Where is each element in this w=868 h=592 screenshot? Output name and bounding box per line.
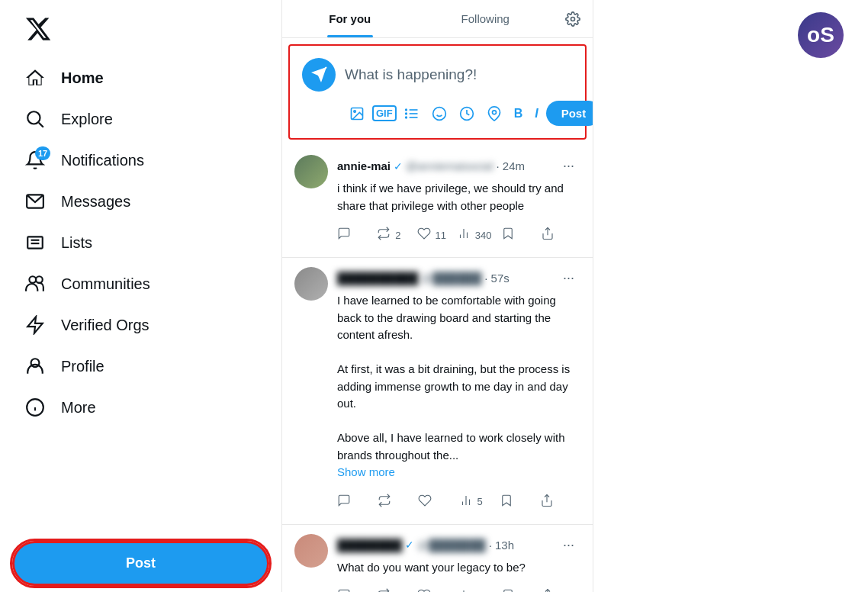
verified-orgs-icon (24, 314, 46, 336)
retweet-icon-2 (378, 494, 391, 510)
tweet-1-retweet[interactable]: 2 (377, 222, 416, 248)
bold-tool[interactable]: B (510, 102, 528, 125)
user-avatar[interactable]: oS (798, 12, 844, 58)
tweet-2-like[interactable] (418, 489, 458, 515)
sidebar-item-lists[interactable]: Lists (12, 223, 269, 262)
tweet-3-verified: ✓ (405, 539, 414, 551)
svg-point-7 (36, 276, 43, 283)
tweet-2-text: I have learned to be comfortable with go… (337, 292, 580, 481)
list-icon (24, 232, 46, 253)
tweet-1[interactable]: annie-mai ✓ @anniemaisocial · 24m ··· i … (282, 146, 593, 258)
tweet-3-handle: @███████ (417, 539, 486, 552)
tweet-2-reply[interactable] (337, 489, 378, 515)
tweet-1-reply[interactable] (337, 222, 377, 248)
search-icon (24, 108, 46, 130)
tweet-2-views[interactable]: 5 (459, 489, 500, 515)
svg-point-22 (432, 107, 445, 120)
svg-point-26 (492, 110, 496, 114)
like-icon-3 (417, 588, 431, 592)
tab-for-you[interactable]: For you (282, 0, 418, 37)
tweet-2-bookmark[interactable] (500, 489, 540, 515)
gif-tool[interactable]: GIF (372, 105, 397, 121)
tweet-1-views[interactable]: 340 (457, 222, 501, 248)
location-tool[interactable] (482, 101, 506, 126)
tabs-header: For you Following (282, 0, 593, 38)
sidebar-item-communities-label: Communities (61, 275, 150, 293)
svg-point-13 (571, 17, 575, 21)
emoji-tool[interactable] (427, 101, 452, 126)
tweet-3-actions: 1 3 6 (337, 584, 580, 592)
tweet-2-header: ██████████ @██████ · 57s ··· (337, 267, 580, 289)
reply-icon (337, 227, 351, 243)
show-more-link[interactable]: Show more (337, 465, 395, 478)
italic-tool[interactable]: I (530, 102, 542, 125)
sidebar-item-home[interactable]: Home (12, 58, 269, 98)
image-tool[interactable] (345, 101, 369, 126)
svg-point-0 (27, 111, 40, 124)
tweet-1-handle: @anniemaisocial (406, 159, 493, 172)
profile-icon (24, 356, 46, 377)
views-icon-3 (457, 588, 471, 592)
sidebar-item-profile-label: Profile (61, 358, 104, 375)
more-icon (24, 397, 46, 418)
tweet-2-author-row: ██████████ @██████ · 57s (337, 272, 557, 285)
bookmark-icon-3 (501, 588, 515, 592)
tweet-2-handle: @██████ (421, 272, 481, 285)
like-icon (417, 227, 431, 243)
tweet-2-share[interactable] (540, 489, 580, 515)
tweet-3-content: ████████ ✓ @███████ · 13h ··· What do yo… (337, 534, 580, 593)
sidebar-item-home-label: Home (61, 69, 104, 87)
retweet-icon (377, 227, 391, 243)
post-button[interactable]: Post (12, 541, 269, 586)
tweet-3-avatar (294, 534, 328, 568)
tweet-1-verified: ✓ (394, 160, 403, 172)
tweet-1-more[interactable]: ··· (557, 155, 580, 177)
sidebar-item-profile[interactable]: Profile (12, 346, 269, 386)
sidebar-item-messages[interactable]: Messages (12, 182, 269, 221)
list-tool[interactable] (400, 101, 424, 126)
sidebar-item-verified-orgs[interactable]: Verified Orgs (12, 305, 269, 345)
tweet-1-share[interactable] (541, 222, 580, 248)
tweet-3-header: ████████ ✓ @███████ · 13h ··· (337, 534, 580, 556)
tweet-2-views-count: 5 (477, 496, 483, 507)
sidebar-item-lists-label: Lists (61, 234, 92, 252)
tweet-1-bookmark[interactable] (501, 222, 541, 248)
sidebar-item-more[interactable]: More (12, 388, 269, 427)
tweet-3[interactable]: ████████ ✓ @███████ · 13h ··· What do yo… (282, 525, 593, 593)
compose-placeholder[interactable]: What is happening?! (345, 66, 573, 83)
tweet-2-more[interactable]: ··· (557, 267, 580, 289)
tweet-1-time: · 24m (496, 159, 525, 172)
settings-icon[interactable] (553, 2, 593, 36)
sidebar-item-notifications[interactable]: Notifications 17 (12, 140, 269, 180)
svg-line-1 (39, 123, 43, 127)
views-icon (457, 227, 471, 243)
tweet-3-like[interactable]: 6 (417, 584, 457, 592)
tweet-1-like[interactable]: 11 (417, 222, 457, 248)
compose-row: What is happening?! (302, 58, 573, 92)
tweet-3-share[interactable] (541, 584, 580, 592)
tweet-1-text: i think if we have privilege, we should … (337, 180, 580, 214)
sidebar-nav: Home Explore Notifications 17 Messages (12, 58, 269, 532)
reply-icon-2 (337, 494, 351, 510)
sidebar-item-communities[interactable]: Communities (12, 264, 269, 304)
tweet-3-reply[interactable]: 1 (337, 584, 377, 592)
tweet-1-actions: 2 11 340 (337, 222, 580, 248)
tweet-2-retweet[interactable] (378, 489, 418, 515)
schedule-tool[interactable] (455, 101, 479, 126)
tweet-3-more[interactable]: ··· (557, 534, 580, 556)
tweet-3-retweet[interactable]: 3 (377, 584, 416, 592)
compose-post-button[interactable]: Post (546, 101, 593, 126)
tweet-3-text: What do you want your legacy to be? (337, 559, 580, 577)
sidebar-item-more-label: More (61, 399, 96, 417)
tweet-3-name: ████████ (337, 539, 402, 552)
sidebar-item-explore-label: Explore (61, 111, 113, 128)
tab-following[interactable]: Following (418, 0, 554, 37)
retweet-icon-3 (377, 588, 391, 592)
logo[interactable] (12, 6, 269, 55)
bookmark-icon-2 (500, 494, 513, 510)
tweet-3-bookmark[interactable] (501, 584, 541, 592)
svg-point-21 (405, 117, 407, 118)
sidebar-item-explore[interactable]: Explore (12, 99, 269, 139)
tweet-3-views[interactable]: 586 (457, 584, 501, 592)
tweet-2[interactable]: ██████████ @██████ · 57s ··· I have lear… (282, 258, 593, 525)
